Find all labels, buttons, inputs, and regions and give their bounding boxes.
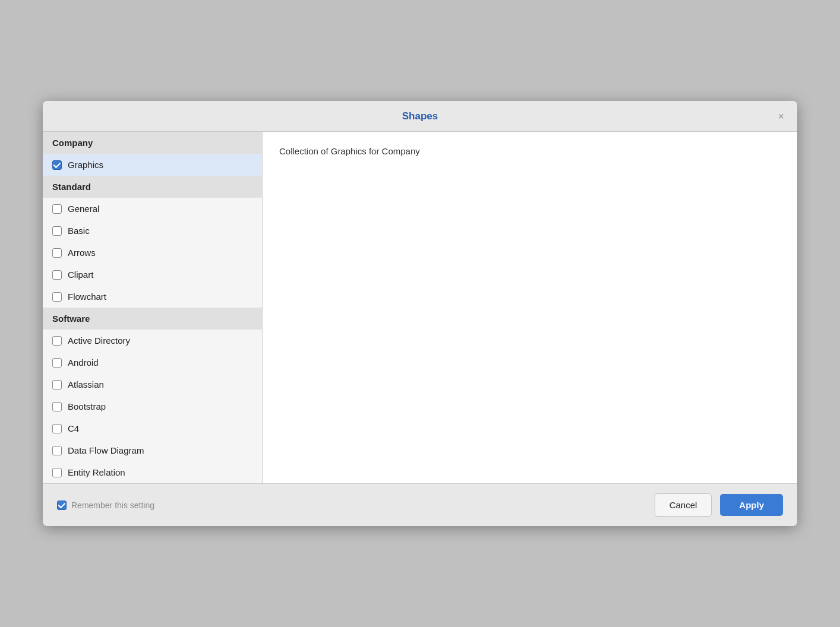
apply-button[interactable]: Apply xyxy=(720,494,783,516)
label-c4: C4 xyxy=(68,423,79,433)
checkbox-graphics[interactable] xyxy=(52,160,62,170)
label-arrows: Arrows xyxy=(68,248,96,258)
list-item-atlassian[interactable]: Atlassian xyxy=(43,373,262,395)
label-atlassian: Atlassian xyxy=(68,379,104,390)
list-item-flowchart[interactable]: Flowchart xyxy=(43,286,262,308)
section-header-software: Software xyxy=(43,308,262,330)
section-header-company: Company xyxy=(43,132,262,154)
label-basic: Basic xyxy=(68,226,90,236)
checkbox-clipart[interactable] xyxy=(52,270,62,280)
remember-setting-section: Remember this setting xyxy=(57,501,154,510)
cancel-button[interactable]: Cancel xyxy=(655,493,712,517)
label-active-directory: Active Directory xyxy=(68,335,130,346)
checkbox-arrows[interactable] xyxy=(52,248,62,258)
dialog-title: Shapes xyxy=(402,110,438,122)
checkbox-general[interactable] xyxy=(52,204,62,214)
shapes-dialog: Shapes × CompanyGraphicsStandardGeneralB… xyxy=(43,101,797,526)
dialog-footer: Remember this setting Cancel Apply xyxy=(43,483,797,526)
collection-description: Collection of Graphics for Company xyxy=(279,146,420,156)
list-item-data-flow-diagram[interactable]: Data Flow Diagram xyxy=(43,439,262,461)
checkbox-flowchart[interactable] xyxy=(52,292,62,302)
label-data-flow-diagram: Data Flow Diagram xyxy=(68,445,144,455)
remember-checkbox[interactable] xyxy=(57,501,67,510)
label-entity-relation: Entity Relation xyxy=(68,467,125,477)
list-item-graphics[interactable]: Graphics xyxy=(43,154,262,176)
shapes-detail-panel: Collection of Graphics for Company xyxy=(263,132,797,483)
section-header-standard: Standard xyxy=(43,176,262,198)
list-item-clipart[interactable]: Clipart xyxy=(43,264,262,286)
checkbox-active-directory[interactable] xyxy=(52,336,62,346)
checkbox-android[interactable] xyxy=(52,358,62,368)
list-item-android[interactable]: Android xyxy=(43,352,262,373)
list-item-arrows[interactable]: Arrows xyxy=(43,242,262,264)
dialog-header: Shapes × xyxy=(43,101,797,132)
checkbox-entity-relation[interactable] xyxy=(52,468,62,477)
list-item-basic[interactable]: Basic xyxy=(43,220,262,242)
label-clipart: Clipart xyxy=(68,270,93,280)
checkbox-bootstrap[interactable] xyxy=(52,402,62,411)
label-graphics: Graphics xyxy=(68,160,103,170)
list-item-c4[interactable]: C4 xyxy=(43,417,262,439)
checkbox-atlassian[interactable] xyxy=(52,380,62,390)
shapes-list-panel: CompanyGraphicsStandardGeneralBasicArrow… xyxy=(43,132,263,483)
list-item-entity-relation[interactable]: Entity Relation xyxy=(43,461,262,483)
checkbox-c4[interactable] xyxy=(52,424,62,433)
remember-label: Remember this setting xyxy=(71,501,154,510)
list-item-bootstrap[interactable]: Bootstrap xyxy=(43,395,262,417)
label-flowchart: Flowchart xyxy=(68,292,106,302)
list-item-active-directory[interactable]: Active Directory xyxy=(43,330,262,352)
list-item-general[interactable]: General xyxy=(43,198,262,220)
close-button[interactable]: × xyxy=(774,110,788,123)
label-general: General xyxy=(68,204,99,214)
label-bootstrap: Bootstrap xyxy=(68,401,106,411)
dialog-body: CompanyGraphicsStandardGeneralBasicArrow… xyxy=(43,132,797,483)
checkbox-data-flow-diagram[interactable] xyxy=(52,446,62,455)
checkbox-basic[interactable] xyxy=(52,226,62,236)
label-android: Android xyxy=(68,357,99,368)
